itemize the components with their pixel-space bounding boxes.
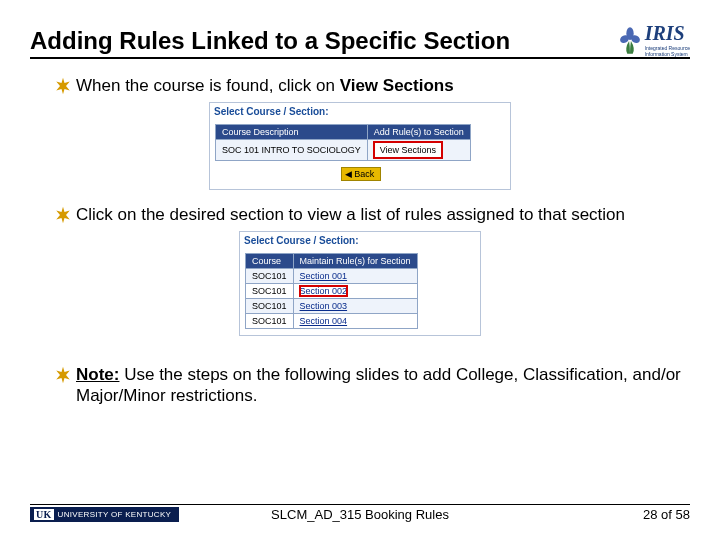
shot2-header-course: Course [246, 253, 294, 268]
uky-text: UNIVERSITY OF KENTUCKY [58, 510, 172, 519]
bullet-1-strong: View Sections [340, 76, 454, 95]
shot2-row3-course: SOC101 [246, 313, 294, 328]
uky-mark: UK [34, 509, 54, 520]
section-link-001[interactable]: Section 001 [300, 271, 348, 281]
table-row: SOC101 Section 004 [246, 313, 418, 328]
page-title: Adding Rules Linked to a Specific Sectio… [30, 27, 510, 57]
back-button-label: Back [354, 169, 374, 179]
svg-marker-4 [56, 207, 70, 224]
footer: UK UNIVERSITY OF KENTUCKY SLCM_AD_315 Bo… [30, 504, 690, 522]
iris-logo: IRIS Integrated Resource Information Sys… [619, 22, 690, 57]
bullet-2-text: Click on the desired section to view a l… [76, 204, 690, 225]
iris-logo-sub2: Information System [645, 51, 690, 57]
shot1-header-addrule: Add Rule(s) to Section [367, 125, 470, 140]
page-number: 28 of 58 [643, 507, 690, 522]
shot1-action-cell: View Sections [367, 140, 470, 161]
section-link-003[interactable]: Section 003 [300, 301, 348, 311]
screenshot-2: Select Course / Section: Course Maintain… [239, 231, 481, 336]
shot1-course-cell: SOC 101 INTRO TO SOCIOLOGY [216, 140, 368, 161]
bullet-3: Note: Use the steps on the following sli… [54, 364, 690, 407]
screenshot-1-title: Select Course / Section: [210, 103, 510, 120]
view-sections-button[interactable]: View Sections [374, 142, 442, 158]
bullet-1-text: When the course is found, click on [76, 76, 340, 95]
table-row: SOC101 Section 002 [246, 283, 418, 298]
shot2-row0-course: SOC101 [246, 268, 294, 283]
star-bullet-icon [54, 206, 72, 224]
table-row: SOC101 Section 003 [246, 298, 418, 313]
shot2-row1-course: SOC101 [246, 283, 294, 298]
svg-marker-5 [56, 366, 70, 383]
iris-flower-icon [619, 26, 641, 54]
back-button[interactable]: ◀ Back [341, 167, 382, 181]
screenshot-1: Select Course / Section: Course Descript… [209, 102, 511, 190]
shot2-header-maintain: Maintain Rule(s) for Section [293, 253, 417, 268]
table-row: SOC101 Section 001 [246, 268, 418, 283]
uky-logo: UK UNIVERSITY OF KENTUCKY [30, 507, 179, 522]
section-link-004[interactable]: Section 004 [300, 316, 348, 326]
star-bullet-icon [54, 77, 72, 95]
section-link-002[interactable]: Section 002 [300, 286, 348, 296]
footer-divider [30, 504, 690, 505]
screenshot-2-title: Select Course / Section: [240, 232, 480, 249]
note-text: Use the steps on the following slides to… [76, 365, 681, 405]
star-bullet-icon [54, 366, 72, 384]
bullet-2: Click on the desired section to view a l… [54, 204, 690, 225]
shot1-header-course: Course Description [216, 125, 368, 140]
title-underline [30, 57, 690, 59]
note-label: Note: [76, 365, 119, 384]
svg-marker-3 [56, 78, 70, 95]
shot2-row2-course: SOC101 [246, 298, 294, 313]
bullet-1: When the course is found, click on View … [54, 75, 690, 96]
iris-logo-text: IRIS [645, 22, 690, 45]
